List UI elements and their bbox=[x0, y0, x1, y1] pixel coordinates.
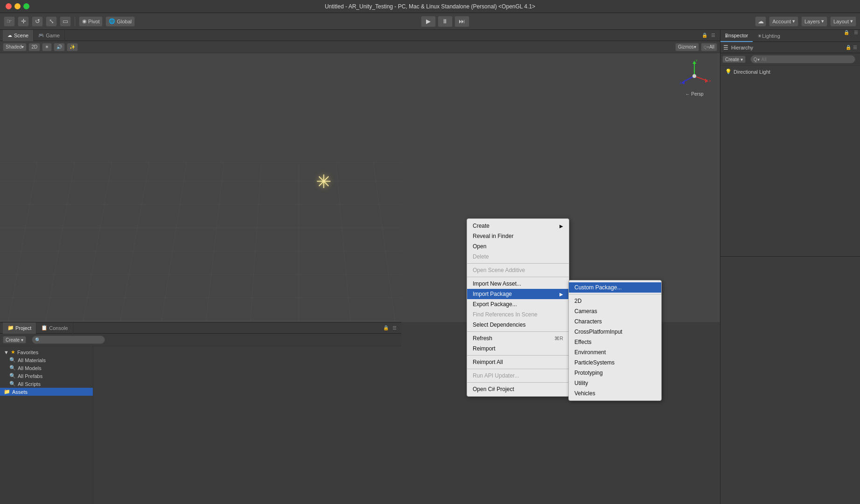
traffic-lights bbox=[6, 3, 29, 9]
ctx-export-package[interactable]: Export Package... bbox=[467, 299, 569, 309]
hierarchy-menu-icon[interactable]: ☰ bbox=[853, 45, 857, 50]
assets-folder-icon: 📁 bbox=[4, 389, 10, 395]
favorites-chevron-icon: ▼ bbox=[4, 350, 9, 355]
hierarchy-item-directional-light[interactable]: 💡 Directional Light bbox=[720, 68, 860, 76]
hierarchy-toolbar: Create ▾ Q▾ bbox=[720, 53, 860, 66]
project-sidebar: ▼ ★ Favorites 🔍 All Materials 🔍 All Mode… bbox=[0, 346, 93, 504]
scene-panel: ☁ Scene 🎮 Game 🔒 ☰ Shaded ▾ 2D bbox=[0, 30, 720, 504]
ctx-open-csharp[interactable]: Open C# Project bbox=[467, 384, 569, 394]
layout-dropdown[interactable]: Layout ▾ bbox=[830, 16, 856, 27]
import-package-arrow-icon: ▶ bbox=[559, 292, 563, 297]
gizmos-button[interactable]: Gizmos ▾ bbox=[675, 43, 699, 51]
ctx-open[interactable]: Open bbox=[467, 241, 569, 252]
project-content: ▼ ★ Favorites 🔍 All Materials 🔍 All Mode… bbox=[0, 346, 401, 504]
ctx-reimport[interactable]: Reimport bbox=[467, 343, 569, 354]
global-button[interactable]: 🌐 Global bbox=[105, 16, 135, 27]
svg-line-18 bbox=[373, 162, 401, 322]
rotate-tool-button[interactable]: ↺ bbox=[32, 16, 43, 27]
scene-toolbar: Shaded ▾ 2D ☀ 🔊 ✨ Gizmos ▾ Q▾ All bbox=[0, 41, 720, 53]
account-chevron-icon: ▾ bbox=[792, 18, 795, 24]
ctx-select-dependencies[interactable]: Select Dependencies bbox=[467, 320, 569, 330]
lighting-icon: ☀ bbox=[757, 33, 762, 39]
inspector-content bbox=[720, 257, 860, 504]
project-search-input[interactable] bbox=[42, 337, 102, 343]
titlebar: Untitled - AR_Unity_Testing - PC, Mac & … bbox=[0, 0, 860, 13]
hierarchy-lock-icon[interactable]: 🔒 bbox=[846, 45, 851, 50]
ctx-sep-6 bbox=[467, 382, 569, 383]
svg-line-12 bbox=[112, 162, 149, 322]
rect-tool-button[interactable]: ▭ bbox=[60, 16, 71, 27]
scale-tool-button[interactable]: ⤡ bbox=[46, 16, 57, 27]
sidebar-all-materials[interactable]: 🔍 All Materials bbox=[0, 356, 93, 364]
sidebar-all-prefabs[interactable]: 🔍 All Prefabs bbox=[0, 372, 93, 380]
directional-light-list-icon: 💡 bbox=[725, 69, 732, 75]
inspector-lock-icon[interactable]: 🔒 bbox=[841, 30, 852, 42]
cloud-button[interactable]: ☁ bbox=[755, 16, 766, 27]
scene-lock-icon[interactable]: 🔒 bbox=[700, 33, 709, 38]
ctx-reveal-finder[interactable]: Reveal in Finder bbox=[467, 231, 569, 241]
tab-game[interactable]: 🎮 Game bbox=[34, 30, 65, 41]
2d-button[interactable]: 2D bbox=[28, 43, 40, 51]
project-lock-icon[interactable]: 🔒 bbox=[381, 325, 391, 330]
all-layers-button[interactable]: Q▾ All bbox=[701, 43, 717, 51]
all-materials-icon: 🔍 bbox=[9, 357, 16, 363]
project-create-button[interactable]: Create ▾ bbox=[3, 336, 26, 343]
tab-inspector[interactable]: ℹ Inspector bbox=[720, 30, 753, 42]
directional-light-icon: ✳ bbox=[316, 171, 332, 192]
tab-lighting[interactable]: ☀ Lighting bbox=[753, 30, 785, 42]
maximize-button[interactable] bbox=[23, 3, 29, 9]
svg-line-9 bbox=[0, 162, 37, 322]
layers-dropdown[interactable]: Layers ▾ bbox=[801, 16, 827, 27]
sidebar-all-scripts[interactable]: 🔍 All Scripts bbox=[0, 380, 93, 388]
audio-button[interactable]: 🔊 bbox=[54, 43, 65, 51]
scene-menu-icon[interactable]: ☰ bbox=[709, 33, 717, 38]
step-button[interactable]: ⏭ bbox=[454, 16, 469, 27]
submenu-environment[interactable]: Environment bbox=[569, 347, 661, 357]
submenu-custom-package[interactable]: Custom Package... bbox=[569, 282, 661, 293]
hand-tool-button[interactable]: ☞ bbox=[4, 16, 15, 27]
submenu-effects[interactable]: Effects bbox=[569, 337, 661, 347]
submenu-cameras[interactable]: Cameras bbox=[569, 306, 661, 316]
inspector-menu-icon[interactable]: ☰ bbox=[852, 30, 860, 42]
ctx-reimport-all[interactable]: Reimport All bbox=[467, 357, 569, 367]
submenu-characters[interactable]: Characters bbox=[569, 316, 661, 327]
pivot-button[interactable]: ◉ Pivot bbox=[79, 16, 103, 27]
ctx-create[interactable]: Create ▶ bbox=[467, 221, 569, 231]
ctx-import-package[interactable]: Import Package ▶ bbox=[467, 289, 569, 299]
lighting-button[interactable]: ☀ bbox=[42, 43, 52, 51]
favorites-star-icon: ★ bbox=[11, 349, 15, 355]
move-tool-button[interactable]: ✛ bbox=[18, 16, 29, 27]
pause-button[interactable]: ⏸ bbox=[438, 16, 453, 27]
fx-button[interactable]: ✨ bbox=[67, 43, 78, 51]
play-button[interactable]: ▶ bbox=[421, 16, 436, 27]
close-button[interactable] bbox=[6, 3, 12, 9]
submenu-utility[interactable]: Utility bbox=[569, 378, 661, 388]
submenu-prototyping[interactable]: Prototyping bbox=[569, 368, 661, 378]
ctx-import-new-asset[interactable]: Import New Asset... bbox=[467, 279, 569, 289]
hierarchy-search: Q▾ bbox=[750, 55, 855, 63]
tab-project[interactable]: 📁 Project bbox=[3, 322, 36, 334]
submenu-particlesystems[interactable]: ParticleSystems bbox=[569, 357, 661, 368]
project-menu-icon[interactable]: ☰ bbox=[391, 325, 399, 330]
gizmos-chevron-icon: ▾ bbox=[694, 44, 696, 49]
submenu-crossplatforminput[interactable]: CrossPlatformInput bbox=[569, 327, 661, 337]
svg-marker-23 bbox=[705, 78, 708, 83]
hierarchy-title: Hierarchy bbox=[731, 45, 753, 50]
project-main-area bbox=[93, 346, 401, 504]
hierarchy-create-button[interactable]: Create ▾ bbox=[722, 56, 746, 63]
main-layout: ☁ Scene 🎮 Game 🔒 ☰ Shaded ▾ 2D bbox=[0, 30, 860, 504]
svg-text:Y: Y bbox=[695, 60, 698, 63]
ctx-refresh[interactable]: Refresh ⌘R bbox=[467, 333, 569, 343]
minimize-button[interactable] bbox=[14, 3, 21, 9]
tab-scene[interactable]: ☁ Scene bbox=[3, 30, 34, 41]
shading-mode-button[interactable]: Shaded ▾ bbox=[3, 43, 27, 51]
submenu-vehicles[interactable]: Vehicles bbox=[569, 388, 661, 399]
tab-console[interactable]: 📋 Console bbox=[36, 322, 73, 334]
account-dropdown[interactable]: Account ▾ bbox=[769, 16, 798, 27]
import-package-submenu: Custom Package... 2D Cameras Characters … bbox=[568, 280, 662, 401]
submenu-2d[interactable]: 2D bbox=[569, 296, 661, 306]
sidebar-assets[interactable]: 📁 Assets bbox=[0, 388, 93, 396]
console-tab-icon: 📋 bbox=[41, 325, 48, 331]
hierarchy-search-input[interactable] bbox=[762, 57, 852, 62]
sidebar-all-models[interactable]: 🔍 All Models bbox=[0, 364, 93, 372]
